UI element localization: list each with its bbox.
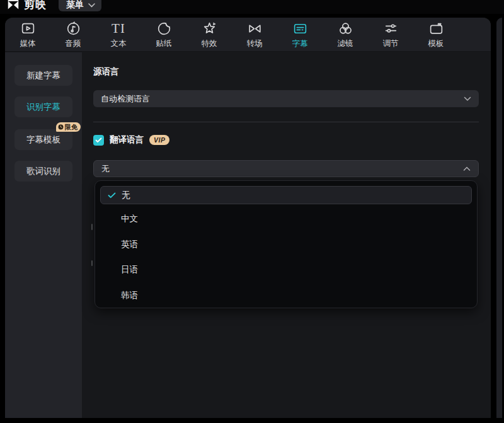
tab-audio[interactable]: 音频 (50, 18, 96, 52)
section-divider (93, 122, 479, 122)
tab-filter[interactable]: 滤镜 (323, 18, 368, 52)
app-name: 剪映 (24, 0, 47, 12)
recognize-subtitle-panel: 源语言 自动检测语言 翻译语言 VIP 无 (82, 52, 491, 418)
vip-badge: VIP (149, 135, 169, 145)
sidebar-item-subtitle-template[interactable]: 字幕模板 限免 (14, 129, 72, 150)
media-icon (20, 21, 36, 37)
dropdown-option-none[interactable]: 无 (100, 186, 472, 204)
app-logo: 剪映 (6, 0, 47, 12)
tab-sticker[interactable]: 贴纸 (141, 18, 186, 52)
tab-media[interactable]: 媒体 (5, 18, 50, 52)
target-language-value: 无 (101, 163, 110, 175)
primary-toolbar: 媒体 音频 TI 文本 贴纸 特效 转场 (5, 18, 491, 52)
limited-free-badge: 限免 (56, 122, 81, 132)
menu-button-label: 菜单 (66, 0, 84, 11)
sidebar-item-lyrics-recognition[interactable]: 歌词识别 (14, 161, 72, 182)
titlebar: 剪映 菜单 (0, 0, 504, 14)
subtitle-sidebar: 新建字幕 识别字幕 字幕模板 限免 歌词识别 (5, 52, 82, 418)
background-content-sliver (91, 260, 93, 266)
main-window: 媒体 音频 TI 文本 贴纸 特效 转场 (5, 18, 491, 418)
source-language-value: 自动检测语言 (101, 93, 150, 105)
source-language-label: 源语言 (93, 66, 119, 78)
check-icon (108, 192, 116, 199)
translate-language-row: 翻译语言 VIP (93, 134, 169, 146)
sidebar-item-new-subtitle[interactable]: 新建字幕 (14, 65, 72, 86)
tab-effects[interactable]: 特效 (186, 18, 232, 52)
dropdown-option-korean[interactable]: 韩语 (100, 283, 472, 309)
clock-icon (58, 124, 64, 130)
tab-adjust[interactable]: 调节 (368, 18, 413, 52)
dropdown-option-japanese[interactable]: 日语 (100, 257, 472, 283)
chevron-up-icon (463, 166, 471, 171)
capcut-logo-icon (6, 0, 20, 12)
translate-language-checkbox[interactable] (93, 135, 104, 146)
adjust-icon (383, 21, 399, 37)
dropdown-option-chinese[interactable]: 中文 (100, 206, 472, 232)
filter-icon (338, 21, 353, 37)
template-icon (428, 21, 444, 37)
background-content-sliver (91, 224, 93, 230)
target-language-select[interactable]: 无 (93, 160, 479, 177)
chevron-down-icon (464, 96, 471, 101)
translate-language-label: 翻译语言 (110, 134, 144, 146)
tab-text[interactable]: TI 文本 (96, 18, 141, 52)
source-language-select[interactable]: 自动检测语言 (93, 90, 479, 107)
tab-transition[interactable]: 转场 (232, 18, 277, 52)
sticker-icon (156, 21, 172, 37)
tab-captions[interactable]: 字幕 (277, 18, 323, 52)
text-icon: TI (112, 21, 125, 37)
adjacent-panel-edge (496, 18, 502, 418)
sidebar-item-recognize-subtitle[interactable]: 识别字幕 (14, 96, 72, 117)
effects-icon (202, 21, 217, 37)
target-language-dropdown-menu: 无 中文 英语 日语 韩语 (94, 180, 478, 308)
audio-icon (66, 21, 81, 37)
check-icon (95, 137, 102, 143)
chevron-down-icon (88, 3, 95, 8)
transition-icon (247, 21, 263, 37)
captions-icon (292, 21, 308, 37)
menu-button[interactable]: 菜单 (59, 0, 101, 11)
dropdown-option-english[interactable]: 英语 (100, 232, 472, 258)
tab-template[interactable]: 模板 (413, 18, 459, 52)
